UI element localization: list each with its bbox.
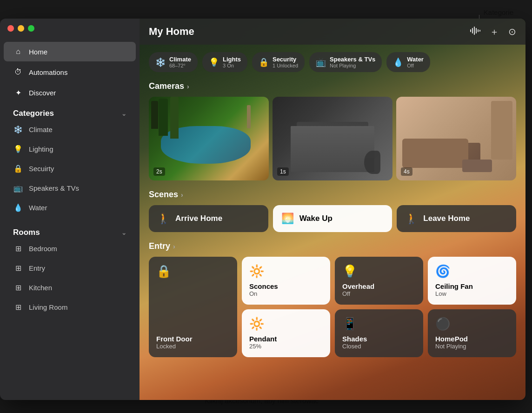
rooms-section[interactable]: Rooms ⌄	[4, 222, 136, 239]
sidebar-item-home[interactable]: ⌂ Home	[4, 42, 136, 61]
sidebar-label-water: Water	[29, 204, 47, 212]
shades-info: Shades Closed	[342, 335, 416, 350]
arrive-home-scene[interactable]: 🚶 Arrive Home	[149, 205, 268, 232]
lights-pill-label: Lights	[223, 56, 241, 63]
sidebar-label-climate: Climate	[29, 126, 53, 133]
climate-pill-sub: 68–72°	[169, 63, 191, 68]
scenes-row: 🚶 Arrive Home 🌅 Wake Up 🚶 Leave Home	[149, 205, 516, 232]
ceiling-fan-icon-area: 🌀	[435, 264, 509, 279]
wake-up-icon: 🌅	[281, 213, 294, 225]
bookshelf	[491, 101, 512, 160]
sidebar-label-kitchen: Kitchen	[29, 284, 52, 292]
more-button[interactable]: ⊙	[508, 26, 516, 37]
camera-feed-3[interactable]: 4s	[396, 97, 516, 180]
entry-section-header[interactable]: Entry ›	[149, 241, 516, 251]
sidebar-item-living-room[interactable]: ⊞ Living Room	[4, 298, 136, 316]
waveform-button[interactable]	[470, 27, 480, 37]
categories-section[interactable]: Categories ⌄	[4, 103, 136, 120]
tree-3	[170, 97, 179, 139]
homepod-tile[interactable]: ⚫ HomePod Not Playing	[428, 309, 516, 357]
sidebar: ⌂ Home ⏱ Automations ✦ Discover Categori…	[0, 19, 140, 400]
sidebar-label-security: Secuirty	[29, 165, 54, 173]
entry-grid: 🔒 Front Door Locked 🔆 Sconces On	[149, 257, 516, 357]
svg-rect-5	[479, 30, 480, 32]
sconces-tile[interactable]: 🔆 Sconces On	[242, 257, 330, 305]
wake-up-scene[interactable]: 🌅 Wake Up	[273, 205, 392, 232]
shades-sub: Closed	[342, 343, 416, 350]
garage-door	[291, 126, 375, 172]
lights-pill[interactable]: 💡 Lights 3 On	[202, 52, 247, 72]
leave-home-label: Leave Home	[423, 214, 470, 223]
water-icon: 💧	[13, 202, 23, 213]
svg-rect-3	[476, 28, 477, 33]
sidebar-item-climate[interactable]: ❄️ Climate	[4, 120, 136, 139]
ceiling-fan-label: Ceiling Fan	[435, 282, 509, 290]
ceiling-fan-sub: Low	[435, 290, 509, 297]
sidebar-label-bedroom: Bedroom	[29, 245, 57, 253]
maximize-button[interactable]	[28, 25, 34, 32]
speakers-tvs-icon: 📺	[13, 183, 23, 193]
sconces-label: Sconces	[249, 282, 323, 290]
sidebar-label-lighting: Lighting	[29, 145, 53, 153]
minimize-button[interactable]	[18, 25, 24, 32]
shades-tile[interactable]: 📱 Shades Closed	[335, 309, 423, 357]
wake-up-label: Wake Up	[299, 214, 332, 223]
close-button[interactable]	[7, 25, 14, 32]
leave-home-icon: 🚶	[405, 213, 418, 225]
main-window: ⌂ Home ⏱ Automations ✦ Discover Categori…	[0, 19, 525, 400]
camera-feed-1[interactable]: 2s	[149, 97, 269, 180]
speakers-tvs-pill[interactable]: 📺 Speakers & TVs Not Playing	[309, 52, 382, 72]
cameras-grid: 2s 1s	[149, 97, 516, 180]
header: My Home ＋ ⊙	[140, 19, 525, 45]
cameras-section-header[interactable]: Cameras ›	[149, 81, 516, 91]
ceiling-fan-info: Ceiling Fan Low	[435, 282, 509, 297]
sconces-info: Sconces On	[249, 282, 323, 297]
front-door-info: Front Door Locked	[156, 335, 230, 350]
sidebar-item-entry[interactable]: ⊞ Entry	[4, 259, 136, 277]
water-pill[interactable]: 💧 Water Off	[386, 52, 430, 72]
front-door-sub: Locked	[156, 343, 230, 350]
homepod-info: HomePod Not Playing	[435, 335, 509, 350]
shades-icon: 📱	[342, 317, 357, 331]
speakers-tvs-pill-label: Speakers & TVs	[330, 56, 375, 63]
sidebar-label-automations: Automations	[29, 68, 67, 76]
scroll-content: ❄️ Climate 68–72° 💡 Lights 3 On 🔒	[140, 45, 525, 400]
sidebar-label-entry: Entry	[29, 264, 45, 272]
sidebar-item-lighting[interactable]: 💡 Lighting	[4, 140, 136, 158]
homepod-icon: ⚫	[435, 317, 450, 331]
front-door-icon: 🔒	[156, 264, 171, 279]
sidebar-label-discover: Discover	[29, 89, 56, 97]
overhead-tile[interactable]: 💡 Overhead Off	[335, 257, 423, 305]
add-button[interactable]: ＋	[490, 26, 499, 38]
living-room-icon: ⊞	[13, 302, 23, 312]
front-door-tile[interactable]: 🔒 Front Door Locked	[149, 257, 237, 357]
scenes-section-header[interactable]: Scenes ›	[149, 190, 516, 200]
ceiling-fan-icon: 🌀	[435, 264, 450, 279]
front-door-icon-area: 🔒	[156, 264, 230, 279]
camera-feed-2[interactable]: 1s	[273, 97, 392, 180]
sidebar-item-kitchen[interactable]: ⊞ Kitchen	[4, 278, 136, 297]
leave-home-scene[interactable]: 🚶 Leave Home	[397, 205, 516, 232]
water-pill-text: Water Off	[407, 56, 424, 68]
overhead-icon-area: 💡	[342, 264, 416, 279]
sidebar-item-water[interactable]: 💧 Water	[4, 198, 136, 217]
coffee-table	[462, 160, 492, 172]
water-pill-sub: Off	[407, 63, 424, 68]
categories-chevron: ⌄	[121, 110, 126, 117]
sidebar-item-discover[interactable]: ✦ Discover	[4, 83, 136, 102]
sidebar-item-bedroom[interactable]: ⊞ Bedroom	[4, 239, 136, 258]
climate-pill[interactable]: ❄️ Climate 68–72°	[149, 52, 198, 72]
ceiling-fan-tile[interactable]: 🌀 Ceiling Fan Low	[428, 257, 516, 305]
speakers-tvs-pill-icon: 📺	[316, 57, 326, 67]
shades-icon-area: 📱	[342, 317, 416, 331]
sidebar-item-speakers-tvs[interactable]: 📺 Speakers & TVs	[4, 179, 136, 197]
sidebar-item-security[interactable]: 🔒 Secuirty	[4, 159, 136, 178]
security-pill[interactable]: 🔒 Security 1 Unlocked	[252, 52, 305, 72]
pendant-tile[interactable]: 🔆 Pendant 25%	[242, 309, 330, 357]
speakers-tvs-pill-text: Speakers & TVs Not Playing	[330, 56, 375, 68]
camera-timestamp-3: 4s	[401, 167, 412, 176]
water-pill-label: Water	[407, 56, 424, 63]
climate-pill-icon: ❄️	[155, 57, 166, 67]
overhead-label: Overhead	[342, 282, 416, 290]
sidebar-item-automations[interactable]: ⏱ Automations	[4, 62, 136, 82]
